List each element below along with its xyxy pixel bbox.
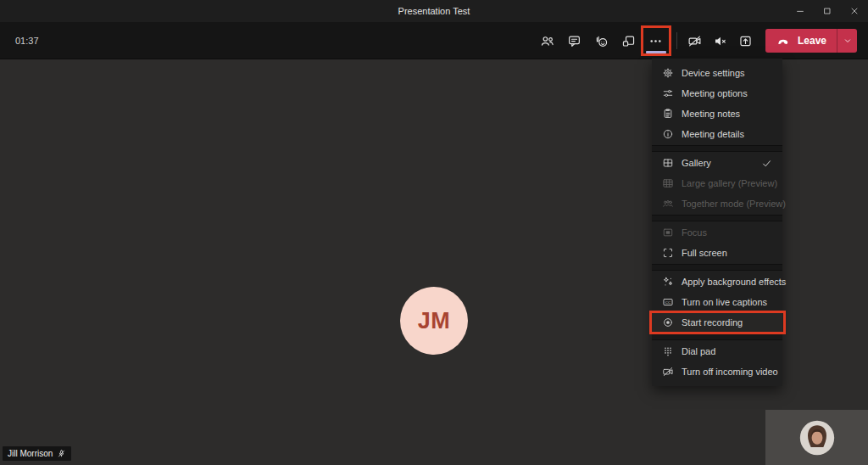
focus-icon (662, 227, 674, 238)
audio-toggle-button[interactable] (708, 27, 733, 54)
menu-item-together-mode: Together mode (Preview) (652, 193, 782, 214)
camera-off-icon (687, 34, 702, 48)
check-icon (761, 158, 772, 169)
menu-item-dial-pad[interactable]: Dial pad (652, 341, 782, 361)
more-actions-button[interactable] (643, 27, 670, 54)
menu-item-focus: Focus (652, 222, 782, 243)
menu-item-full-screen[interactable]: Full screen (652, 243, 782, 263)
incoming-video-off-icon (662, 366, 674, 378)
leave-button[interactable]: Leave (765, 29, 837, 53)
gear-icon (662, 67, 674, 79)
menu-item-meeting-options[interactable]: Meeting options (652, 83, 782, 104)
gallery-grid-icon (662, 157, 674, 169)
reactions-icon (594, 34, 609, 48)
meeting-timer: 01:37 (15, 22, 39, 59)
participant-nametag: Jill Morrison (3, 446, 71, 461)
breakout-rooms-icon (621, 34, 636, 48)
selfview-avatar (798, 419, 836, 457)
maximize-button[interactable] (814, 0, 841, 22)
leave-split-button: Leave (765, 29, 857, 53)
show-participants-button[interactable] (534, 27, 561, 54)
participant-name: Jill Morrison (8, 449, 53, 458)
mic-muted-icon (57, 449, 66, 458)
participant-avatar: JM (400, 287, 468, 355)
menu-item-turn-on-live-captions[interactable]: CC Turn on live captions (652, 292, 782, 312)
meeting-toolbar: 01:37 (0, 22, 868, 59)
together-mode-icon (662, 198, 674, 210)
toolbar-controls: Leave (534, 22, 868, 59)
dialpad-icon (662, 345, 674, 357)
menu-divider (652, 264, 782, 271)
notes-icon (662, 108, 674, 120)
menu-item-large-gallery: Large gallery (Preview) (652, 173, 782, 193)
avatar-initials: JM (418, 308, 451, 334)
leave-options-button[interactable] (837, 29, 857, 53)
share-content-button[interactable] (733, 27, 759, 54)
menu-item-meeting-details[interactable]: Meeting details (652, 124, 782, 144)
menu-divider (652, 215, 782, 221)
chat-icon (567, 34, 581, 48)
menu-divider (652, 333, 782, 340)
fullscreen-icon (662, 247, 674, 259)
record-icon (662, 317, 674, 328)
info-icon (662, 128, 674, 140)
window-titlebar: Presentation Test (0, 0, 868, 22)
breakout-rooms-button[interactable] (615, 27, 643, 54)
share-tray-icon (738, 34, 753, 48)
background-effects-icon (662, 276, 674, 288)
selfview-video-tile[interactable] (765, 410, 868, 465)
close-button[interactable] (841, 0, 868, 22)
more-icon (648, 34, 663, 48)
menu-item-start-recording[interactable]: Start recording (652, 312, 782, 333)
active-menu-indicator (646, 51, 666, 53)
menu-item-device-settings[interactable]: Device settings (652, 63, 782, 83)
speaker-muted-icon (713, 34, 727, 48)
leave-button-label: Leave (798, 35, 826, 47)
camera-toggle-button[interactable] (682, 27, 708, 54)
show-conversation-button[interactable] (561, 27, 588, 54)
maximize-icon (822, 6, 832, 16)
minimize-icon (795, 6, 805, 16)
participants-icon (540, 34, 554, 48)
menu-item-apply-background-effects[interactable]: Apply background effects (652, 272, 782, 292)
phone-hangup-icon (776, 33, 791, 48)
menu-item-gallery[interactable]: Gallery (652, 153, 782, 173)
window-controls (787, 0, 868, 22)
more-actions-menu: Device settings Meeting options Meeting … (652, 59, 782, 386)
minimize-button[interactable] (787, 0, 814, 22)
menu-divider (652, 145, 782, 152)
reactions-button[interactable] (588, 27, 615, 54)
large-gallery-grid-icon (662, 177, 674, 189)
window-title: Presentation Test (398, 6, 470, 16)
options-sliders-icon (662, 87, 674, 99)
close-icon (849, 6, 860, 16)
svg-text:CC: CC (665, 300, 670, 305)
toolbar-separator (676, 32, 677, 49)
chevron-down-icon (843, 36, 853, 46)
menu-item-turn-off-incoming-video[interactable]: Turn off incoming video (652, 361, 782, 382)
menu-item-meeting-notes[interactable]: Meeting notes (652, 104, 782, 124)
captions-icon: CC (662, 296, 674, 308)
